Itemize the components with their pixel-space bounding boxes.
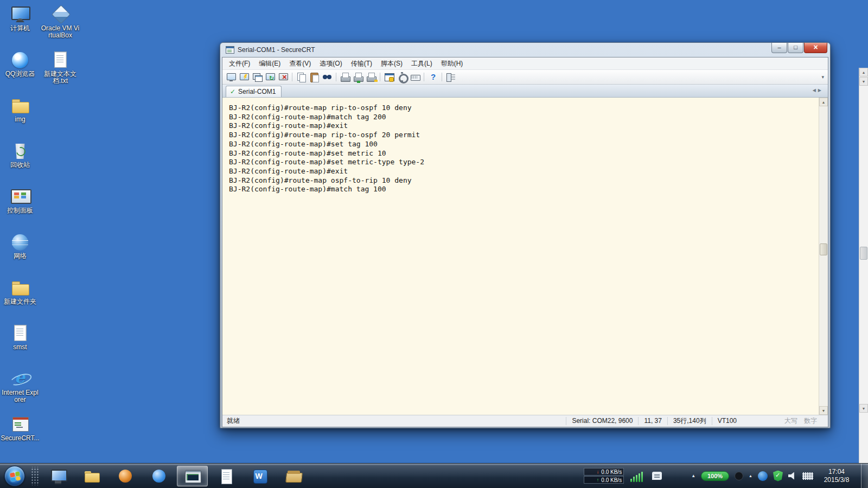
scroll-down-icon[interactable]: ▼ <box>859 404 868 413</box>
tab-serial-com1[interactable]: ✓ Serial-COM1 <box>226 86 282 97</box>
network-signal-icon[interactable] <box>629 470 647 482</box>
terminal-line: BJ-R2(config-route-map)#set metric 10 <box>229 149 424 158</box>
connected-check-icon: ✓ <box>230 88 235 95</box>
clock[interactable]: 17:04 2015/3/8 <box>819 468 854 484</box>
desktop-icon-virtualbox[interactable]: Oracle VM VirtualBox <box>40 3 80 49</box>
taskbar-app-icon <box>252 468 268 484</box>
status-emulation: VT100 <box>712 417 742 425</box>
network-speed-monitor[interactable]: ↓ 0.0 KB/s ↑ 0.0 KB/s <box>584 468 624 484</box>
toolbar-separator[interactable] <box>292 73 292 81</box>
toolbar-overflow-icon[interactable]: ▾ <box>820 74 825 80</box>
desktop-icon-text-file[interactable]: 新建文本文档.txt <box>40 49 80 94</box>
securecrt-window: Serial-COM1 - SecureCRT – □ × 文件(F) 编辑(E… <box>220 42 831 428</box>
desktop-icon-internet-explorer[interactable]: Internet Explorer <box>0 368 40 413</box>
status-serial: Serial: COM22, 9600 <box>566 417 638 425</box>
desktop-icon-network[interactable]: 网络 <box>0 231 40 277</box>
toolbar-separator[interactable] <box>442 73 442 81</box>
connect-in-tab-icon[interactable] <box>251 71 263 83</box>
desktop-icon-recycle-bin[interactable]: 回收站 <box>0 140 40 185</box>
toolbar-separator[interactable] <box>336 73 336 81</box>
titlebar[interactable]: Serial-COM1 - SecureCRT – □ × <box>222 43 828 57</box>
taskbar-app-securecrt[interactable] <box>177 466 208 486</box>
menu-transfer[interactable]: 传输(T) <box>347 57 376 70</box>
security-shield-icon[interactable] <box>773 471 783 481</box>
find-icon[interactable] <box>321 71 333 83</box>
taskbar-app-thunder[interactable] <box>143 466 174 486</box>
taskbar-app-notepad[interactable] <box>210 466 241 486</box>
folder-icon <box>10 97 30 114</box>
help-icon[interactable] <box>427 71 439 83</box>
desktop-icon-label: SecureCRT... <box>1 435 39 442</box>
menu-view[interactable]: 查看(V) <box>285 57 315 70</box>
desktop-icon-control-panel[interactable]: 控制面板 <box>0 185 40 231</box>
session-options-icon[interactable] <box>383 71 395 83</box>
taskbar-app-folders[interactable] <box>76 466 107 486</box>
upload-arrow-icon: ↑ <box>597 478 599 483</box>
file-icon <box>10 325 30 342</box>
show-desktop-button[interactable] <box>861 464 868 488</box>
recycle-bin-icon <box>10 143 30 160</box>
toolbar-separator[interactable] <box>424 73 424 81</box>
desktop-icon-img-folder[interactable]: img <box>0 94 40 140</box>
menu-script[interactable]: 脚本(S) <box>376 57 407 70</box>
paste-icon[interactable] <box>308 71 320 83</box>
scroll-down-icon[interactable]: ▼ <box>859 77 868 86</box>
scroll-thumb[interactable] <box>860 247 867 260</box>
background-window-scrollbar[interactable]: ▲ ▼ ▼ <box>859 68 868 463</box>
desktop-icon-new-folder[interactable]: 新建文件夹 <box>0 277 40 322</box>
menu-options[interactable]: 选项(O) <box>315 57 346 70</box>
print-icon[interactable] <box>339 71 351 83</box>
menu-edit[interactable]: 编辑(E) <box>254 57 285 70</box>
quick-connect-icon[interactable] <box>238 71 250 83</box>
scroll-down-icon[interactable]: ▼ <box>819 406 828 415</box>
input-method-icon[interactable] <box>802 472 813 480</box>
virtualbox-icon <box>50 6 71 23</box>
minimize-button[interactable]: – <box>771 43 787 53</box>
menu-tools[interactable]: 工具(L) <box>407 57 437 70</box>
print-setup-icon[interactable] <box>365 71 377 83</box>
tray-arrow-icon[interactable]: ▲ <box>749 474 752 478</box>
taskbar-app-browser[interactable] <box>110 466 141 486</box>
keymap-icon[interactable] <box>409 71 421 83</box>
connect-icon[interactable] <box>225 71 237 83</box>
download-speed: 0.0 KB/s <box>601 469 622 475</box>
tab-next-icon[interactable]: ▶ <box>818 88 824 93</box>
taskbar-app-wiz[interactable] <box>244 466 275 486</box>
desktop-icon-qq-browser[interactable]: QQ浏览器 <box>0 49 40 94</box>
disconnect-icon[interactable] <box>277 71 289 83</box>
auto-print-icon[interactable] <box>352 71 364 83</box>
scroll-up-icon[interactable]: ▲ <box>859 68 868 76</box>
global-options-icon[interactable] <box>396 71 408 83</box>
session-manager-icon[interactable] <box>445 71 457 83</box>
desktop-icon-label: Internet Explorer <box>1 389 40 403</box>
copy-icon[interactable] <box>295 71 307 83</box>
desktop-icon-computer[interactable]: 计算机 <box>0 3 40 49</box>
reconnect-icon[interactable] <box>264 71 276 83</box>
terminal[interactable]: BJ-R2(config)#route-map rip-to-ospf 10 d… <box>222 98 828 415</box>
window-title: Serial-COM1 - SecureCRT <box>238 46 315 54</box>
close-button[interactable]: × <box>804 43 827 53</box>
scroll-up-icon[interactable]: ▲ <box>819 98 828 106</box>
terminal-scrollbar[interactable]: ▲ ▼ <box>819 98 828 415</box>
tab-prev-icon[interactable]: ◀ <box>813 88 818 93</box>
desktop-icon-smst[interactable]: smst <box>0 322 40 368</box>
tab-scroll-arrows[interactable]: ◀▶ <box>813 88 825 95</box>
messenger-icon[interactable] <box>652 472 662 480</box>
network-icon <box>10 234 30 251</box>
maximize-button[interactable]: □ <box>788 43 803 53</box>
scroll-thumb[interactable] <box>820 243 827 255</box>
desktop-icon-securecrt[interactable]: SecureCRT... <box>0 413 40 459</box>
toolbar-separator[interactable] <box>380 73 380 81</box>
status-cursor-position: 11, 37 <box>638 417 667 425</box>
menu-file[interactable]: 文件(F) <box>225 57 254 70</box>
tray-app-icon[interactable] <box>735 472 743 480</box>
desktop-icon-label: QQ浏览器 <box>5 70 35 78</box>
start-button[interactable] <box>4 466 25 486</box>
taskbar-app-files[interactable] <box>278 466 309 486</box>
volume-icon[interactable] <box>788 472 797 480</box>
thunder-tray-icon[interactable] <box>758 471 768 481</box>
taskbar-app-explorer[interactable] <box>42 466 73 486</box>
menu-help[interactable]: 帮助(H) <box>437 57 468 70</box>
show-hidden-icons-button[interactable]: ▲ <box>691 473 695 478</box>
battery-indicator[interactable]: 100% <box>701 471 729 481</box>
